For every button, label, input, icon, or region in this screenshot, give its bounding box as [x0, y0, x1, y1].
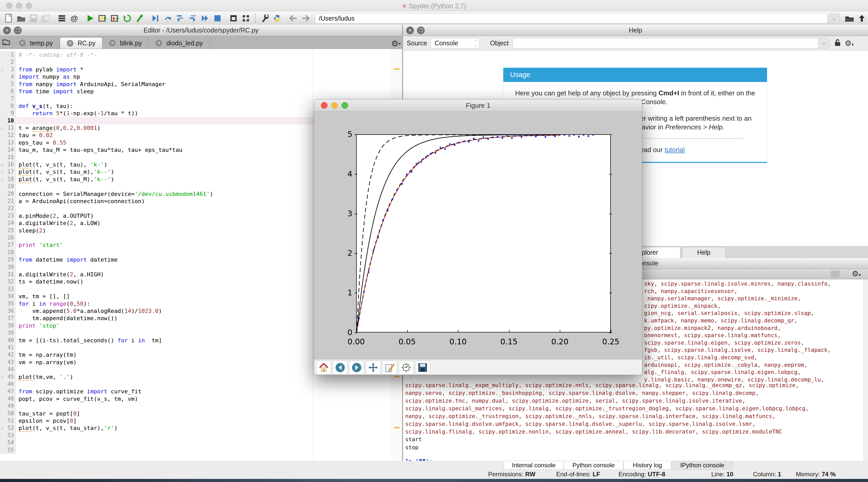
- rerun-icon[interactable]: [122, 13, 133, 24]
- save-icon[interactable]: [28, 13, 39, 24]
- close-tab-icon[interactable]: ✕: [109, 40, 116, 47]
- line-number: 20: [0, 190, 14, 198]
- code-line[interactable]: 53: [0, 432, 392, 439]
- tab-internal-console[interactable]: Internal console: [504, 461, 564, 470]
- code-line[interactable]: 49: [0, 402, 392, 410]
- x-tick-label: 0.25: [597, 337, 625, 346]
- parent-directory-icon[interactable]: [856, 13, 867, 24]
- plot-forward-icon[interactable]: [349, 361, 364, 374]
- y-tick-label: 4: [342, 169, 352, 178]
- step-over-icon[interactable]: [162, 13, 174, 24]
- editor-close-icon[interactable]: ✕: [3, 27, 11, 34]
- status-line: Line: 10: [711, 471, 733, 478]
- tab-blink-py[interactable]: ✕blink.py: [102, 37, 149, 49]
- source-select[interactable]: Console ⌃⌄: [431, 38, 479, 49]
- help-undock-icon[interactable]: ❒: [417, 27, 425, 34]
- tab-ipython-console[interactable]: IPython console: [671, 461, 733, 470]
- run-cell-advance-icon[interactable]: [109, 13, 121, 24]
- working-directory-input[interactable]: /Users/ludus: [315, 13, 828, 24]
- plot-pan-icon[interactable]: [366, 361, 381, 374]
- code-line[interactable]: 6from time import sleep: [0, 88, 392, 95]
- figure-toolbar: [314, 359, 642, 375]
- python-path-icon[interactable]: [272, 13, 283, 24]
- status-eol: End-of-lines: LF: [556, 471, 600, 478]
- preferences-wrench-icon[interactable]: [259, 13, 271, 24]
- code-line[interactable]: 50tau_star = popt[0]: [0, 410, 392, 417]
- code-line[interactable]: 2: [0, 58, 392, 66]
- editor-undock-icon[interactable]: ❒: [14, 27, 22, 34]
- code-line[interactable]: 51epsilon = pcov[0]: [0, 417, 392, 424]
- line-number: 55: [0, 446, 14, 454]
- plot-zoom-icon[interactable]: [382, 361, 397, 374]
- tutorial-link[interactable]: tutorial: [665, 146, 685, 154]
- close-tab-icon[interactable]: ✕: [19, 40, 26, 47]
- forward-icon[interactable]: [300, 13, 311, 24]
- symbol-finder-icon[interactable]: @: [68, 13, 80, 24]
- step-return-icon[interactable]: [187, 13, 198, 24]
- continue-icon[interactable]: [199, 13, 211, 24]
- line-number: 35: [0, 300, 14, 307]
- code-line[interactable]: 46: [0, 381, 392, 388]
- figure-window[interactable]: Figure 1 5432100.000.050.100.150.200.25: [314, 99, 642, 375]
- code-line[interactable]: 1# -*- coding: utf-8 -*-: [0, 51, 392, 59]
- object-combobox[interactable]: ⌄: [513, 38, 830, 49]
- fullscreen-icon[interactable]: [240, 13, 251, 24]
- debug-icon[interactable]: [150, 13, 161, 24]
- console-scrollbar[interactable]: [863, 279, 868, 461]
- back-icon[interactable]: [288, 13, 299, 24]
- code-line[interactable]: ⚠3from pylab import *: [0, 66, 392, 73]
- line-number: 27: [0, 241, 14, 249]
- help-options-gear-icon[interactable]: ⚙▾: [844, 39, 854, 48]
- run-config-icon[interactable]: [134, 13, 145, 24]
- editor-options-gear-icon[interactable]: ⚙▾: [390, 38, 402, 49]
- open-file-icon[interactable]: [16, 13, 27, 24]
- tab-help[interactable]: Help: [682, 247, 726, 258]
- stop-debug-icon[interactable]: [212, 13, 223, 24]
- console-line: nanpy.servo, scipy.optimize._basinhoppin…: [405, 390, 759, 396]
- code-line[interactable]: 48popt, pcov = curve_fit(v_s, tm, vm): [0, 395, 392, 402]
- line-number: 11: [0, 124, 14, 132]
- code-line[interactable]: 4import numpy as np: [0, 73, 392, 81]
- console-prompt[interactable]: In [88]:: [405, 458, 432, 461]
- help-close-icon[interactable]: ✕: [406, 27, 414, 34]
- browse-tabs-icon[interactable]: [1, 36, 12, 49]
- plot-subplots-icon[interactable]: [399, 361, 414, 374]
- console-inactive-button[interactable]: [831, 271, 840, 278]
- new-file-icon[interactable]: [3, 13, 14, 24]
- object-dropdown-icon[interactable]: ⌄: [818, 38, 829, 48]
- plot-back-icon[interactable]: [333, 361, 348, 374]
- save-all-icon[interactable]: [40, 13, 52, 24]
- run-cell-icon[interactable]: [97, 13, 108, 24]
- console-line: arduinoapi, scipy.optimize._cobyla, nanp…: [644, 362, 807, 368]
- file-switcher-icon[interactable]: [56, 13, 67, 24]
- working-directory-dropdown-icon[interactable]: ⌄: [828, 13, 840, 24]
- tab-temp-py[interactable]: ✕temp.py: [12, 37, 60, 49]
- close-tab-icon[interactable]: ✕: [67, 40, 73, 47]
- code-line[interactable]: 5from nanpy import ArduinoApi, SerialMan…: [0, 81, 392, 88]
- y-tick-label: 5: [342, 130, 352, 139]
- figure-titlebar[interactable]: Figure 1: [314, 99, 642, 112]
- close-tab-icon[interactable]: ✕: [155, 40, 162, 47]
- main-toolbar: @ /Users/ludus ⌄: [0, 11, 868, 25]
- tab-rc-py[interactable]: ✕RC.py: [60, 37, 102, 49]
- step-into-icon[interactable]: [175, 13, 186, 24]
- lock-icon[interactable]: [834, 39, 841, 48]
- line-number: 21: [0, 198, 14, 205]
- code-line[interactable]: 55: [0, 446, 392, 454]
- y-tick-label: 0: [342, 328, 352, 337]
- line-number: 19: [0, 183, 14, 190]
- tab-history-log[interactable]: History log: [623, 461, 671, 470]
- plot-save-icon[interactable]: [415, 361, 430, 374]
- code-line[interactable]: 47from scipy.optimize import curve_fit: [0, 388, 392, 395]
- line-number: 50: [0, 410, 14, 417]
- spinner-icons[interactable]: ⌃⌄: [474, 39, 477, 48]
- run-icon[interactable]: [85, 13, 96, 24]
- code-line[interactable]: ⚠52plot(t, v_s(t, tau_star),'r'): [0, 424, 392, 432]
- tab-python-console[interactable]: Python console: [564, 461, 623, 470]
- browse-directory-icon[interactable]: [844, 13, 855, 24]
- plot-home-icon[interactable]: [316, 361, 331, 374]
- console-options-gear-icon[interactable]: ⚙▾: [852, 269, 861, 278]
- code-line[interactable]: 54: [0, 439, 392, 446]
- tab-diodo-led-py[interactable]: ✕diodo_led.py: [149, 37, 210, 49]
- maximize-pane-icon[interactable]: [228, 13, 239, 24]
